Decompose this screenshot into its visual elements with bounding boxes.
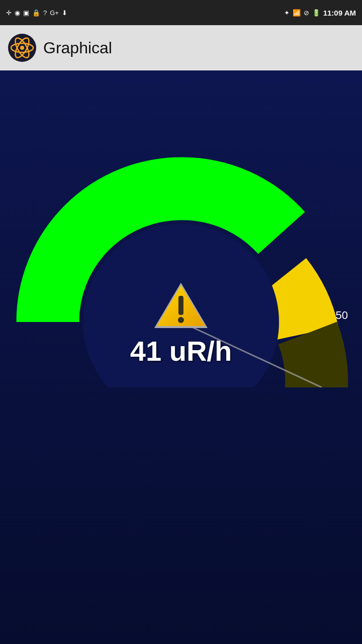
- gplus-icon: G+: [50, 9, 59, 17]
- svg-point-4: [20, 46, 24, 50]
- lock-icon: 🔒: [32, 9, 40, 17]
- main-content: 41 uR/h 50: [0, 70, 362, 644]
- wifi-icon: 📶: [293, 9, 301, 17]
- app-title: Graphical: [43, 39, 112, 57]
- status-icons-right: ✦ 📶 ⊘ 🔋 11:09 AM: [284, 9, 356, 17]
- svg-point-10: [178, 317, 184, 323]
- app-bar: Graphical: [0, 25, 362, 70]
- status-bar: ✛ ◉ ▣ 🔒 ? G+ ⬇ ✦ 📶 ⊘ 🔋 11:09 AM: [0, 0, 362, 25]
- record-icon: ▣: [23, 9, 29, 17]
- status-time: 11:09 AM: [323, 9, 356, 17]
- gauge-container: 41 uR/h 50: [0, 75, 362, 387]
- scale-label-50: 50: [336, 309, 348, 322]
- battery-icon: 🔋: [312, 9, 320, 17]
- reading-value: 41 uR/h: [130, 335, 232, 367]
- question-icon: ?: [43, 9, 47, 17]
- warning-triangle-icon: [153, 282, 209, 330]
- add-icon: ✛: [6, 9, 12, 17]
- no-sim-icon: ⊘: [304, 9, 309, 17]
- svg-rect-9: [178, 296, 184, 315]
- location-icon: ◉: [15, 9, 20, 17]
- status-icons-left: ✛ ◉ ▣ 🔒 ? G+ ⬇: [6, 9, 67, 17]
- gauge-center: 41 uR/h: [130, 282, 232, 367]
- bluetooth-icon: ✦: [284, 9, 290, 17]
- app-logo-icon: [8, 34, 36, 62]
- download-icon: ⬇: [62, 9, 67, 17]
